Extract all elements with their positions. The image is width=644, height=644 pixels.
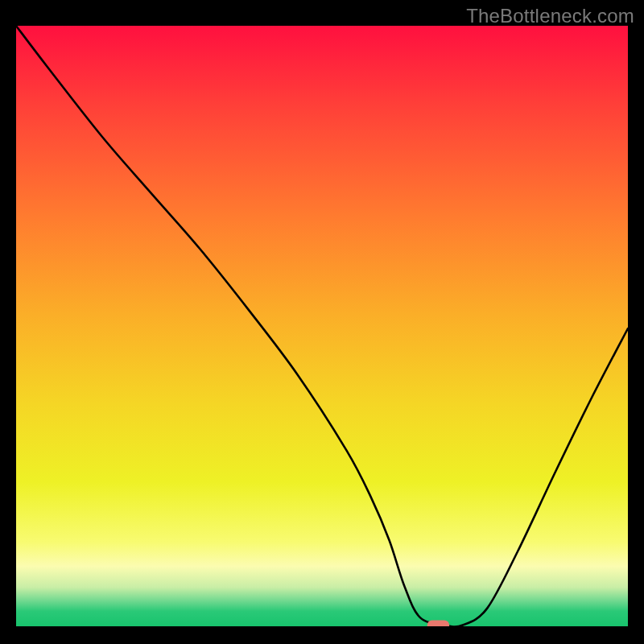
plot-svg (16, 26, 628, 626)
watermark-label: TheBottleneck.com (466, 5, 634, 27)
gradient-background (16, 26, 628, 626)
chart-canvas: TheBottleneck.com (0, 0, 644, 644)
plot-area (16, 26, 628, 626)
target-marker (427, 621, 449, 626)
